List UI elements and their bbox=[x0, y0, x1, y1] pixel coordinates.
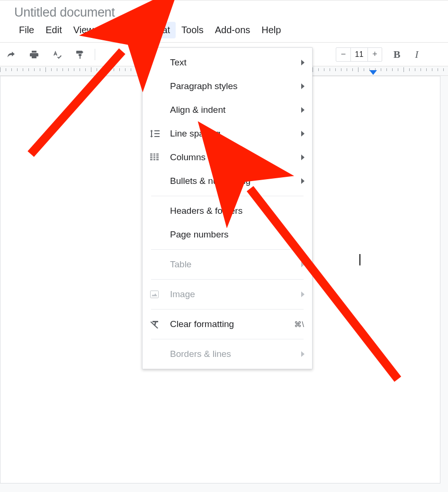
menu-bar: File Edit View Insert Format Tools Add-o… bbox=[0, 21, 448, 43]
format-paragraph-styles[interactable]: Paragraph styles bbox=[143, 74, 312, 98]
bold-button[interactable]: B bbox=[390, 48, 404, 61]
print-button[interactable] bbox=[26, 46, 43, 63]
ruler-indent-marker[interactable] bbox=[369, 70, 377, 75]
format-borders-lines: Borders & lines bbox=[143, 342, 312, 366]
menu-separator bbox=[151, 196, 304, 196]
spellcheck-button[interactable] bbox=[48, 46, 65, 63]
chevron-right-icon bbox=[301, 60, 305, 65]
format-menu-dropdown: Text Paragraph styles Align & indent Lin… bbox=[142, 47, 313, 369]
menu-label: Clear formatting bbox=[170, 319, 294, 329]
menu-label: Columns bbox=[170, 152, 297, 163]
menu-label: Page numbers bbox=[170, 229, 305, 240]
menu-insert[interactable]: Insert bbox=[99, 22, 134, 38]
menu-label: Align & indent bbox=[170, 105, 297, 115]
format-bullets-numbering[interactable]: Bullets & numbering bbox=[143, 169, 312, 193]
columns-icon bbox=[150, 152, 164, 163]
chevron-right-icon bbox=[301, 292, 305, 297]
paint-format-button[interactable] bbox=[71, 46, 88, 63]
blank-icon bbox=[150, 205, 164, 217]
menu-separator bbox=[151, 339, 304, 339]
ruler-ticks-right bbox=[313, 66, 448, 75]
menu-file[interactable]: File bbox=[13, 22, 40, 38]
menu-addons[interactable]: Add-ons bbox=[209, 22, 256, 38]
chevron-right-icon bbox=[301, 351, 305, 357]
menu-label: Borders & lines bbox=[170, 349, 297, 359]
format-table: Table bbox=[143, 253, 312, 276]
svg-rect-0 bbox=[151, 291, 159, 298]
chevron-right-icon bbox=[301, 131, 305, 137]
menu-shortcut: ⌘\ bbox=[294, 320, 305, 329]
menu-label: Text bbox=[170, 57, 297, 68]
format-columns[interactable]: Columns bbox=[143, 146, 312, 169]
format-line-spacing[interactable]: Line spacing bbox=[143, 122, 312, 146]
font-size-value[interactable]: 11 bbox=[350, 48, 367, 61]
chevron-right-icon bbox=[301, 83, 305, 89]
blank-icon bbox=[150, 229, 164, 240]
menu-help[interactable]: Help bbox=[256, 22, 287, 38]
menu-label: Image bbox=[170, 289, 297, 300]
format-headers-footers[interactable]: Headers & footers bbox=[143, 199, 312, 223]
format-page-numbers[interactable]: Page numbers bbox=[143, 223, 312, 246]
toolbar-separator bbox=[95, 49, 95, 60]
menu-tools[interactable]: Tools bbox=[176, 22, 209, 38]
blank-icon bbox=[150, 348, 164, 360]
format-clear-formatting[interactable]: Clear formatting ⌘\ bbox=[143, 312, 312, 336]
chevron-right-icon bbox=[301, 178, 305, 184]
menu-view[interactable]: View bbox=[68, 22, 99, 38]
menu-label: Line spacing bbox=[170, 128, 297, 139]
font-size-group: − 11 + bbox=[336, 47, 382, 62]
format-image: Image bbox=[143, 282, 312, 306]
redo-button[interactable] bbox=[3, 46, 20, 63]
text-cursor bbox=[359, 254, 360, 265]
document-title[interactable]: Untitled document bbox=[14, 5, 115, 19]
menu-format[interactable]: Format bbox=[134, 22, 176, 38]
ruler-ticks-left bbox=[0, 66, 142, 75]
blank-icon bbox=[150, 104, 164, 116]
menu-separator bbox=[151, 279, 304, 280]
chevron-right-icon bbox=[301, 155, 305, 160]
menu-edit[interactable]: Edit bbox=[40, 22, 67, 38]
chevron-right-icon bbox=[301, 107, 305, 113]
menu-label: Headers & footers bbox=[170, 206, 305, 216]
menu-separator bbox=[151, 249, 304, 250]
clear-formatting-icon bbox=[150, 319, 164, 330]
menu-separator bbox=[151, 309, 304, 310]
format-align-indent[interactable]: Align & indent bbox=[143, 98, 312, 122]
menu-label: Bullets & numbering bbox=[170, 176, 297, 186]
format-text[interactable]: Text bbox=[143, 51, 312, 74]
blank-icon bbox=[150, 175, 164, 187]
menu-label: Paragraph styles bbox=[170, 81, 297, 91]
line-spacing-icon bbox=[150, 128, 164, 139]
italic-button[interactable]: I bbox=[410, 48, 424, 61]
font-size-decrease-button[interactable]: − bbox=[336, 48, 350, 61]
chevron-right-icon bbox=[301, 262, 305, 267]
image-icon bbox=[150, 289, 164, 300]
menu-label: Table bbox=[170, 259, 297, 270]
blank-icon bbox=[150, 81, 164, 92]
font-size-increase-button[interactable]: + bbox=[367, 48, 382, 61]
blank-icon bbox=[150, 259, 164, 270]
blank-icon bbox=[150, 57, 164, 68]
